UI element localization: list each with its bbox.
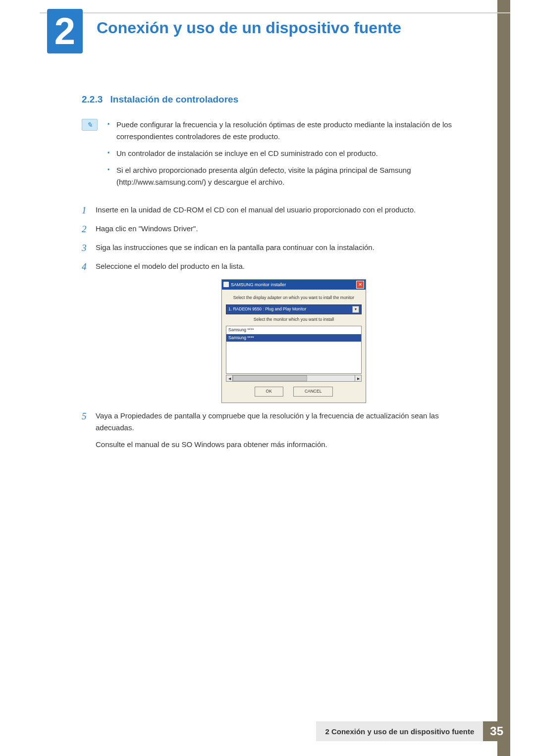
- step-item: 5 Vaya a Propiedades de pantalla y compr…: [82, 410, 478, 451]
- installer-label-adapter: Select the display adapter on which you …: [226, 295, 362, 302]
- footer-page-number: 35: [483, 721, 510, 741]
- note-item: Puede configurar la frecuencia y la reso…: [107, 119, 478, 143]
- scroll-track[interactable]: [233, 375, 355, 382]
- app-icon: [223, 282, 229, 287]
- step-extra: Consulte el manual de su SO Windows para…: [96, 439, 478, 451]
- step-number: 3: [82, 241, 87, 255]
- ok-button[interactable]: OK: [255, 387, 283, 397]
- step-item: 4 Seleccione el modelo del producto en l…: [82, 260, 478, 403]
- note-block: ✎ Puede configurar la frecuencia y la re…: [82, 119, 478, 193]
- installer-label-monitor: Select the monitor which you want to ins…: [226, 316, 362, 323]
- adapter-value: 1. RADEON 9550 : Plug and Play Monitor: [228, 306, 306, 313]
- close-icon[interactable]: ✕: [356, 281, 364, 289]
- note-icon: ✎: [82, 119, 98, 131]
- scroll-right-icon[interactable]: ▶: [355, 375, 362, 382]
- step-text: Vaya a Propiedades de pantalla y comprue…: [96, 411, 439, 432]
- note-item: Un controlador de instalación se incluye…: [107, 148, 478, 159]
- step-text: Seleccione el modelo del producto en la …: [96, 262, 245, 270]
- step-text: Siga las instrucciones que se indican en…: [96, 243, 374, 252]
- installer-window: SAMSUNG monitor installer ✕ Select the d…: [221, 279, 366, 403]
- step-item: 3 Siga las instrucciones que se indican …: [82, 242, 478, 253]
- chapter-title: Conexión y uso de un dispositivo fuente: [97, 19, 401, 37]
- cancel-button[interactable]: CANCEL: [293, 387, 333, 397]
- scroll-thumb[interactable]: [233, 375, 307, 381]
- footer-text: 2 Conexión y uso de un dispositivo fuent…: [316, 721, 483, 741]
- side-stripe: [497, 0, 510, 756]
- chevron-down-icon[interactable]: ▼: [352, 306, 359, 313]
- note-item: Si el archivo proporcionado presenta alg…: [107, 164, 478, 188]
- step-number: 2: [82, 222, 87, 237]
- section-heading: 2.2.3 Instalación de controladores: [82, 94, 478, 105]
- step-text: Inserte en la unidad de CD-ROM el CD con…: [96, 205, 416, 214]
- footer: 2 Conexión y uso de un dispositivo fuent…: [316, 721, 510, 741]
- step-number: 4: [82, 259, 87, 274]
- content-area: 2.2.3 Instalación de controladores ✎ Pue…: [82, 94, 478, 457]
- chapter-badge: 2: [47, 9, 83, 53]
- list-item[interactable]: Samsung ****: [226, 326, 361, 334]
- section-title: Instalación de controladores: [110, 94, 239, 104]
- list-item[interactable]: Samsung ****: [226, 334, 361, 342]
- scroll-left-icon[interactable]: ◀: [226, 375, 233, 382]
- chapter-number: 2: [54, 12, 75, 50]
- step-text: Haga clic en "Windows Driver".: [96, 224, 198, 233]
- installer-button-row: OK CANCEL: [226, 387, 362, 397]
- top-rule: [40, 12, 510, 13]
- step-number: 5: [82, 409, 87, 424]
- installer-title: SAMSUNG monitor installer: [231, 281, 286, 288]
- adapter-select[interactable]: 1. RADEON 9550 : Plug and Play Monitor ▼: [226, 304, 362, 314]
- horizontal-scrollbar[interactable]: ◀ ▶: [226, 375, 362, 382]
- section-number: 2.2.3: [82, 94, 103, 104]
- screenshot-wrap: SAMSUNG monitor installer ✕ Select the d…: [109, 279, 478, 403]
- installer-titlebar: SAMSUNG monitor installer ✕: [222, 280, 366, 290]
- monitor-listbox[interactable]: Samsung **** Samsung ****: [226, 326, 362, 374]
- installer-body: Select the display adapter on which you …: [222, 290, 366, 403]
- step-item: 1 Inserte en la unidad de CD-ROM el CD c…: [82, 204, 478, 216]
- steps-list: 1 Inserte en la unidad de CD-ROM el CD c…: [82, 204, 478, 451]
- step-number: 1: [82, 203, 87, 218]
- note-list: Puede configurar la frecuencia y la reso…: [107, 119, 478, 193]
- step-item: 2 Haga clic en "Windows Driver".: [82, 223, 478, 235]
